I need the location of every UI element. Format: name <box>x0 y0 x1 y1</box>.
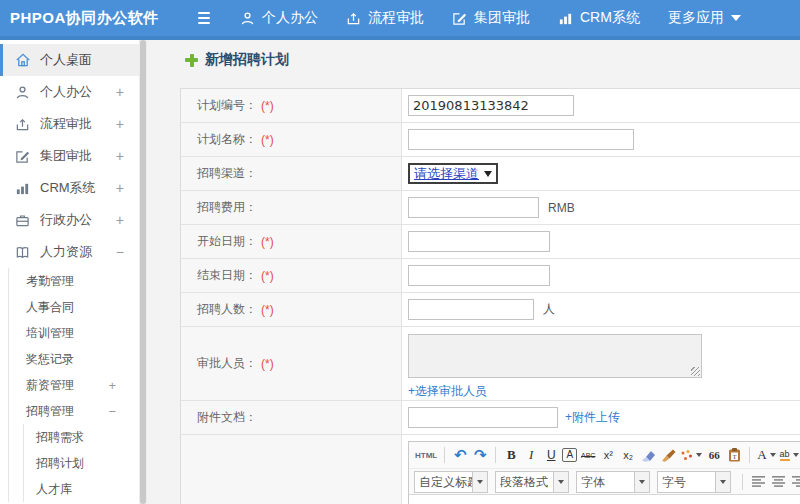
sidebar-item-group-approval[interactable]: 集团审批 + <box>0 140 139 172</box>
rich-text-editor: HTML ↶ ↷ B I U A ABC x² x₂ <box>408 441 800 504</box>
expand-plus[interactable]: + <box>116 84 124 100</box>
edit-icon <box>14 149 31 164</box>
dropdown-caret-icon <box>696 453 702 457</box>
select-caret-icon <box>553 472 568 492</box>
user-icon <box>14 85 31 100</box>
hamburger-icon <box>196 12 212 24</box>
undo-button[interactable]: ↶ <box>451 445 469 466</box>
required-marker: (*) <box>261 357 274 371</box>
topnav-workflow-approval[interactable]: 流程审批 <box>346 9 424 27</box>
plan-name-input[interactable] <box>408 129 634 150</box>
app-window: PHPOA协同办公软件 个人办公 流程审批 <box>0 0 800 504</box>
book-icon <box>14 245 31 260</box>
select-caret-icon <box>634 472 649 492</box>
topnav-personal-office[interactable]: 个人办公 <box>240 9 318 27</box>
expand-plus[interactable]: + <box>116 116 124 132</box>
sidebar-item-salary[interactable]: 薪资管理 + <box>9 372 139 398</box>
sidebar-item-talent-pool[interactable]: 人才库 <box>24 476 139 502</box>
source-code-button[interactable]: HTML <box>414 445 438 466</box>
sidebar-item-attendance[interactable]: 考勤管理 <box>9 268 139 294</box>
select-caret-icon <box>484 171 492 177</box>
topnav-more-apps[interactable]: 更多应用 <box>668 9 741 27</box>
sidebar-item-recruit-mgmt[interactable]: 招聘管理 − <box>9 398 139 424</box>
subscript-button[interactable]: x₂ <box>619 445 637 466</box>
expand-plus[interactable]: + <box>108 378 116 393</box>
paragraph-format-select[interactable]: 段落格式 <box>495 471 569 493</box>
format-painter-icon[interactable] <box>679 445 703 466</box>
align-center-icon[interactable] <box>769 471 787 492</box>
main-content: 新增招聘计划 计划编号：(*) 计划名称：(*) 招聘渠道： 请选择渠道 <box>147 40 800 504</box>
font-family-select[interactable]: 字体 <box>576 471 650 493</box>
choose-approvers-link[interactable]: +选择审批人员 <box>408 383 487 400</box>
channel-select[interactable]: 请选择渠道 <box>408 163 498 184</box>
topnav-crm[interactable]: CRM系统 <box>558 9 640 27</box>
sidebar-item-training[interactable]: 培训管理 <box>9 320 139 346</box>
sidebar-item-reward-punish[interactable]: 奖惩记录 <box>9 346 139 372</box>
collapse-minus[interactable]: − <box>108 404 116 419</box>
toolbar-divider <box>495 447 496 463</box>
blockquote-button[interactable]: 66 <box>705 445 723 466</box>
scrollbar-thumb[interactable] <box>140 40 146 504</box>
bold-button[interactable]: B <box>502 445 520 466</box>
highlight-color-button[interactable]: ab <box>779 445 800 466</box>
sidebar-item-admin-office[interactable]: 行政办公 + <box>0 204 139 236</box>
sidebar-item-workflow-approval[interactable]: 流程审批 + <box>0 108 139 140</box>
resize-grip-icon[interactable] <box>691 367 700 376</box>
toolbar-divider <box>749 447 750 463</box>
toolbar-divider <box>444 447 445 463</box>
sidebar-item-hr[interactable]: 人力资源 − <box>0 236 139 268</box>
attachment-input[interactable] <box>408 407 558 428</box>
strikethrough-button[interactable]: ABC <box>579 445 597 466</box>
underline-button[interactable]: U <box>542 445 560 466</box>
custom-title-select[interactable]: 自定义标题 <box>414 471 488 493</box>
italic-button[interactable]: I <box>522 445 540 466</box>
form-row-editor: HTML ↶ ↷ B I U A ABC x² x₂ <box>181 435 800 504</box>
font-color-button[interactable]: A <box>756 445 776 466</box>
collapse-minus[interactable]: − <box>116 244 124 260</box>
attachment-upload-link[interactable]: +附件上传 <box>565 409 620 426</box>
briefcase-icon <box>14 213 31 228</box>
required-marker: (*) <box>261 99 274 113</box>
expand-plus[interactable]: + <box>116 180 124 196</box>
plan-number-input[interactable] <box>408 95 574 116</box>
eraser-icon[interactable] <box>639 445 657 466</box>
sidebar-item-personal-office[interactable]: 个人办公 + <box>0 76 139 108</box>
sidebar-item-hr-contract[interactable]: 人事合同 <box>9 294 139 320</box>
font-size-select[interactable]: 字号 <box>657 471 731 493</box>
user-icon <box>240 11 255 26</box>
topbar-nav: 个人办公 流程审批 集团审批 CRM系统 更多应用 <box>196 0 741 36</box>
font-style-button[interactable]: A <box>562 448 577 462</box>
expand-plus[interactable]: + <box>116 148 124 164</box>
start-date-input[interactable] <box>408 231 550 252</box>
sidebar-item-desktop[interactable]: 个人桌面 <box>0 44 139 76</box>
required-marker: (*) <box>261 235 274 249</box>
align-right-icon[interactable] <box>789 471 800 492</box>
required-marker: (*) <box>261 269 274 283</box>
topbar: PHPOA协同办公软件 个人办公 流程审批 <box>0 0 800 40</box>
sidebar-item-recruit-plan[interactable]: 招聘计划 <box>24 450 139 476</box>
budget-input[interactable] <box>408 197 539 218</box>
approvers-textarea[interactable] <box>408 334 702 378</box>
sidebar-item-crm[interactable]: CRM系统 + <box>0 172 139 204</box>
flow-icon <box>346 11 361 26</box>
required-marker: (*) <box>261 303 274 317</box>
headcount-input[interactable] <box>408 299 534 320</box>
paste-icon[interactable]: T <box>725 445 743 466</box>
form-row-plan-number: 计划编号：(*) <box>181 89 800 123</box>
superscript-button[interactable]: x² <box>599 445 617 466</box>
dropdown-caret-icon <box>793 453 799 457</box>
sidebar-item-recruit-demand[interactable]: 招聘需求 <box>24 424 139 450</box>
editor-content-area[interactable] <box>409 494 800 504</box>
redo-button[interactable]: ↷ <box>471 445 489 466</box>
editor-toolbar-row1: HTML ↶ ↷ B I U A ABC x² x₂ <box>409 442 800 468</box>
form-row-start-date: 开始日期：(*) <box>181 225 800 259</box>
sidebar-scrollbar[interactable] <box>139 40 147 504</box>
topnav-group-approval[interactable]: 集团审批 <box>452 9 530 27</box>
expand-plus[interactable]: + <box>116 212 124 228</box>
toolbar-divider <box>742 474 743 490</box>
end-date-input[interactable] <box>408 265 550 286</box>
brush-icon[interactable] <box>659 445 677 466</box>
app-brand: PHPOA协同办公软件 <box>10 0 159 36</box>
align-left-icon[interactable] <box>749 471 767 492</box>
hamburger-menu-button[interactable] <box>196 12 212 24</box>
